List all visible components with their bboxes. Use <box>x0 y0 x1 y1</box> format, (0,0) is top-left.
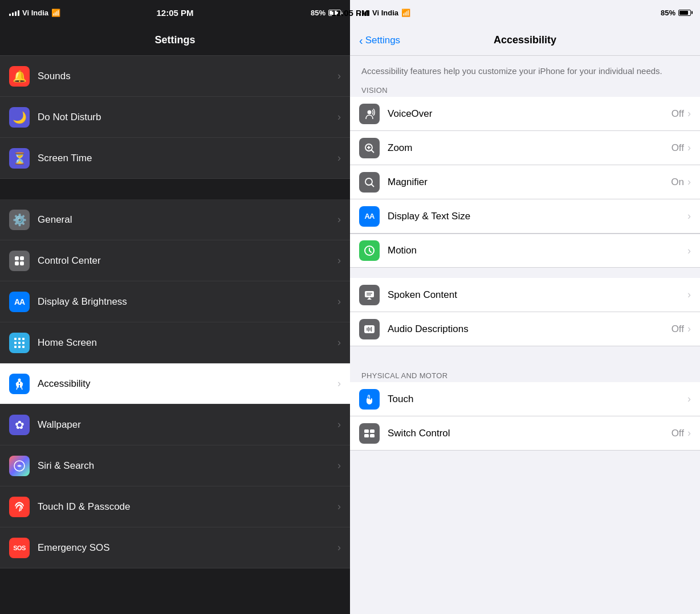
spacer-1 <box>0 179 350 199</box>
svg-point-22 <box>365 178 372 185</box>
svg-rect-4 <box>14 338 17 340</box>
settings-row-emergency-sos[interactable]: SOS Emergency SOS › <box>0 527 350 568</box>
accessibility-label: Accessibility <box>38 378 337 390</box>
spoken-content-icon <box>359 285 380 305</box>
acc-row-voiceover[interactable]: VoiceOver Off › <box>350 97 700 131</box>
touch-id-chevron: › <box>337 501 341 513</box>
accessibility-icon <box>9 374 30 394</box>
acc-row-magnifier[interactable]: Magnifier On › <box>350 165 700 199</box>
left-status-left: Vi India 📶 <box>9 9 60 17</box>
zoom-value: Off <box>671 142 684 154</box>
acc-row-zoom[interactable]: Zoom Off › <box>350 131 700 165</box>
control-center-label: Control Center <box>38 255 337 267</box>
right-nav-title: Accessibility <box>494 34 556 46</box>
display-brightness-icon: AA <box>9 292 30 312</box>
settings-row-accessibility[interactable]: Accessibility › <box>0 363 350 404</box>
home-screen-icon <box>9 333 30 353</box>
acc-row-audio-descriptions[interactable]: Audio Descriptions Off › <box>350 312 700 346</box>
right-time: 12:05 PM <box>350 8 369 18</box>
carrier-label: Vi India <box>22 9 48 17</box>
sounds-chevron: › <box>337 70 341 82</box>
audio-descriptions-label: Audio Descriptions <box>388 324 671 335</box>
settings-row-home-screen[interactable]: Home Screen › <box>0 322 350 363</box>
settings-row-touch-id[interactable]: Touch ID & Passcode › <box>0 486 350 527</box>
voiceover-label: VoiceOver <box>388 108 671 120</box>
emergency-sos-chevron: › <box>337 542 341 554</box>
svg-rect-26 <box>367 293 372 294</box>
siri-search-chevron: › <box>337 460 341 472</box>
settings-row-siri-search[interactable]: Siri & Search › <box>0 445 350 486</box>
back-chevron: ‹ <box>359 35 363 46</box>
display-text-size-label: Display & Text Size <box>388 211 687 222</box>
control-center-icon <box>9 251 30 271</box>
settings-row-do-not-disturb[interactable]: 🌙 Do Not Disturb › <box>0 97 350 138</box>
left-nav-title: Settings <box>154 34 195 46</box>
settings-row-screen-time[interactable]: ⏳ Screen Time › <box>0 138 350 179</box>
zoom-icon <box>359 138 380 158</box>
zoom-chevron: › <box>687 142 691 154</box>
audio-descriptions-value: Off <box>671 324 684 335</box>
wifi-icon: 📶 <box>51 9 60 17</box>
accessibility-chevron: › <box>337 378 341 390</box>
back-button[interactable]: ‹ Settings <box>359 35 400 46</box>
magnifier-icon <box>359 172 380 193</box>
settings-row-display-brightness[interactable]: AA Display & Brightness › <box>0 281 350 322</box>
display-text-size-icon: AA <box>359 206 380 227</box>
svg-rect-9 <box>22 342 25 344</box>
siri-search-label: Siri & Search <box>38 460 337 472</box>
acc-row-switch-control[interactable]: Switch Control Off › <box>350 416 700 451</box>
svg-rect-2 <box>15 261 19 265</box>
touch-label: Touch <box>388 394 687 405</box>
physical-motor-section-header: PHYSICAL AND MOTOR <box>350 367 700 382</box>
svg-rect-27 <box>367 294 371 296</box>
audio-descriptions-chevron: › <box>687 323 691 335</box>
general-label: General <box>38 214 337 226</box>
svg-rect-7 <box>14 342 17 344</box>
spoken-content-label: Spoken Content <box>388 289 687 301</box>
accessibility-list[interactable]: Accessibility features help you customiz… <box>350 56 700 614</box>
switch-control-label: Switch Control <box>388 428 671 439</box>
settings-row-sounds[interactable]: 🔔 Sounds › <box>0 56 350 97</box>
left-status-bar: Vi India 📶 12:05 PM 85% <box>0 0 350 25</box>
right-carrier-label: Vi India <box>372 9 398 17</box>
vision-section-header: VISION <box>350 81 700 97</box>
sounds-icon: 🔔 <box>9 66 30 87</box>
svg-line-23 <box>372 184 375 187</box>
svg-rect-8 <box>18 342 21 344</box>
screen-time-chevron: › <box>337 152 341 164</box>
touch-id-label: Touch ID & Passcode <box>38 501 337 513</box>
acc-row-spoken-content[interactable]: Spoken Content › <box>350 278 700 312</box>
left-settings-list[interactable]: 🔔 Sounds › 🌙 Do Not Disturb › ⏳ Screen T… <box>0 56 350 614</box>
emergency-sos-icon: SOS <box>9 538 30 558</box>
magnifier-chevron: › <box>687 176 691 188</box>
right-phone-panel: Vi India 📶 12:05 PM 85% ‹ Settings Acces… <box>350 0 700 614</box>
acc-row-motion[interactable]: Motion › <box>350 234 700 268</box>
acc-row-touch[interactable]: Touch › <box>350 382 700 416</box>
general-chevron: › <box>337 214 341 226</box>
svg-rect-10 <box>14 346 17 348</box>
touch-icon <box>359 389 380 410</box>
svg-point-13 <box>18 378 21 381</box>
settings-row-control-center[interactable]: Control Center › <box>0 240 350 281</box>
display-text-size-chevron: › <box>687 210 691 222</box>
audio-descriptions-icon <box>359 319 380 339</box>
emergency-sos-label: Emergency SOS <box>38 542 337 554</box>
acc-row-display-text-size[interactable]: AA Display & Text Size › <box>350 199 700 234</box>
svg-rect-28 <box>364 325 375 333</box>
svg-rect-25 <box>365 291 374 297</box>
svg-rect-0 <box>15 256 19 260</box>
settings-row-wallpaper[interactable]: ✿ Wallpaper › <box>0 404 350 445</box>
wallpaper-chevron: › <box>337 419 341 431</box>
settings-row-general[interactable]: ⚙️ General › <box>0 199 350 240</box>
left-time: 12:05 PM <box>156 8 193 18</box>
do-not-disturb-chevron: › <box>337 111 341 123</box>
svg-line-19 <box>372 150 375 153</box>
screen-time-label: Screen Time <box>38 153 337 164</box>
voiceover-value: Off <box>671 108 684 120</box>
battery-percent: 85% <box>311 9 325 17</box>
switch-control-chevron: › <box>687 427 691 439</box>
svg-rect-30 <box>370 429 375 433</box>
magnifier-label: Magnifier <box>388 177 671 188</box>
control-center-chevron: › <box>337 255 341 267</box>
touch-id-icon <box>9 497 30 517</box>
